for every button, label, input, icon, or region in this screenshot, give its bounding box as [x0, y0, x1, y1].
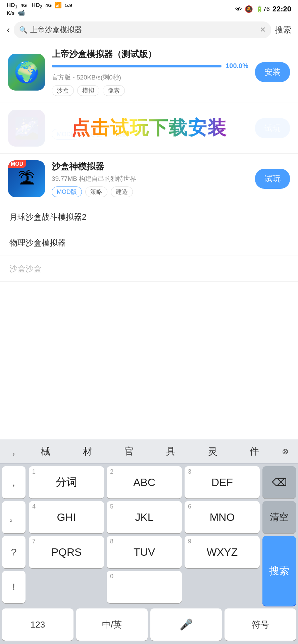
eye-icon: 👁 [235, 5, 242, 13]
tag-strategy: 策略 [85, 186, 107, 197]
key-num-5: 5 [110, 503, 113, 510]
key-num-6: 6 [188, 503, 191, 510]
install-button-1[interactable]: 安装 [255, 62, 290, 82]
key-label-abc: ABC [133, 476, 155, 489]
key-num-1: 1 [32, 468, 36, 475]
candidate-ju[interactable]: 具 [150, 441, 192, 462]
candidate-cai[interactable]: 材 [66, 441, 108, 462]
key-label-tuv: TUV [134, 546, 155, 558]
key-label-pqrs: PQRS [51, 546, 82, 558]
candidate-guan[interactable]: 官 [108, 441, 150, 462]
app-icon-sandbox-inner: MOD 🏝 [8, 160, 45, 197]
tag-sandbox: 沙盒 [52, 85, 74, 96]
delete-key[interactable]: ⌫ [262, 466, 296, 498]
progress-pct-1: 100.0% [226, 62, 248, 70]
app-info-1: 上帝沙盒模拟器（测试版） 100.0% 官方版 - 520KB/s(剩0秒) 沙… [52, 48, 248, 96]
key-123[interactable]: 123 [2, 608, 73, 641]
tag-mod-3: MOD版 [52, 186, 82, 197]
network-info: HD1 4G HD2 4G 📶 5.9K/s 📹 [7, 2, 72, 16]
progress-bar-bg-1 [52, 65, 221, 67]
key-8-tuv[interactable]: 8 TUV [107, 536, 182, 568]
key-symbol-label: 符号 [252, 619, 269, 631]
keyboard-search-label: 搜索 [269, 564, 289, 578]
app-name-3: 沙盒神模拟器 [52, 161, 248, 172]
clear-label: 清空 [270, 511, 289, 524]
keyboard-candidates: , 械 材 官 具 灵 件 ⊗ [0, 439, 298, 464]
key-question[interactable]: ? [2, 536, 26, 568]
keyboard: , 械 材 官 具 灵 件 ⊗ , 。 ? ! 1 分词 [0, 439, 298, 644]
search-input-wrapper[interactable]: 🔍 上帝沙盒模拟器 ✕ [14, 21, 271, 38]
app-info-3: 沙盒神模拟器 39.77MB 构建自己的独特世界 MOD版 策略 建造 [52, 161, 248, 197]
key-3-def[interactable]: 3 DEF [185, 466, 260, 498]
app-item-3[interactable]: MOD 🏝 沙盒神模拟器 39.77MB 构建自己的独特世界 MOD版 策略 建… [0, 154, 298, 204]
key-mic[interactable]: 🎤 [150, 608, 222, 641]
key-2-abc[interactable]: 2 ABC [107, 466, 182, 498]
banner-overlay[interactable]: 点击试玩下载安装 [0, 109, 298, 147]
clear-key[interactable]: 清空 [262, 501, 296, 533]
app-name-1: 上帝沙盒模拟器（测试版） [52, 48, 248, 60]
clear-button[interactable]: ✕ [260, 25, 266, 34]
status-left: HD1 4G HD2 4G 📶 5.9K/s 📹 [7, 2, 72, 16]
candidate-ji[interactable]: 械 [25, 441, 66, 462]
app-list: 🌍 上帝沙盒模拟器（测试版） 100.0% 官方版 - 520KB/s(剩0秒)… [0, 42, 298, 204]
key-label-jkl: JKL [135, 511, 153, 524]
app-item-2[interactable]: 🌌 MOD版 沙盒 模拟 试玩 点击试玩下载安装 [0, 103, 298, 154]
app-item-1[interactable]: 🌍 上帝沙盒模拟器（测试版） 100.0% 官方版 - 520KB/s(剩0秒)… [0, 42, 298, 103]
key-cn-en[interactable]: 中/英 [76, 608, 148, 641]
key-5-jkl[interactable]: 5 JKL [107, 501, 182, 533]
key-label-mno: MNO [210, 511, 235, 524]
key-123-label: 123 [31, 620, 45, 630]
key-symbol[interactable]: 符号 [225, 608, 296, 641]
key-9-wxyz[interactable]: 9 WXYZ [185, 536, 260, 568]
app-subtitle-3: 39.77MB 构建自己的独特世界 [52, 174, 248, 183]
key-num-8: 8 [110, 538, 113, 545]
suggestion-1[interactable]: 月球沙盒战斗模拟器2 [0, 204, 298, 230]
suggestion-3[interactable]: 沙盒沙盒 [0, 256, 298, 282]
key-num-7: 7 [32, 538, 36, 545]
candidate-jian[interactable]: 件 [234, 441, 275, 462]
key-0[interactable]: 0 [107, 571, 182, 603]
key-num-9: 9 [188, 538, 191, 545]
back-button[interactable]: ‹ [7, 24, 10, 35]
delete-candidate-button[interactable]: ⊗ [275, 443, 295, 460]
key-6-mno[interactable]: 6 MNO [185, 501, 260, 533]
key-exclaim[interactable]: ! [2, 571, 26, 603]
key-num-0: 0 [110, 573, 113, 580]
key-cn-en-label: 中/英 [102, 619, 122, 631]
key-period[interactable]: 。 [2, 501, 26, 533]
status-bar: HD1 4G HD2 4G 📶 5.9K/s 📹 👁 🔕 🔋76 22:20 [0, 0, 298, 18]
app-icon-earth: 🌍 [8, 54, 45, 91]
key-label-def: DEF [211, 476, 233, 489]
key-comma[interactable]: , [2, 466, 26, 498]
key-4-ghi[interactable]: 4 GHI [29, 501, 104, 533]
app-icon-3: MOD 🏝 [8, 160, 45, 197]
time-display: 22:20 [272, 5, 291, 13]
delete-icon: ⊗ [282, 447, 289, 456]
progress-bar-fill-1 [52, 65, 221, 67]
candidate-ling[interactable]: 灵 [192, 441, 233, 462]
search-query-text: 上帝沙盒模拟器 [30, 25, 257, 35]
try-button-3[interactable]: 试玩 [255, 169, 290, 189]
key-7-pqrs[interactable]: 7 PQRS [29, 536, 104, 568]
tag-simulate: 模拟 [77, 85, 99, 96]
app-tags-1: 沙盒 模拟 像素 [52, 85, 248, 96]
banner-text: 点击试玩下载安装 [71, 115, 227, 141]
tag-build: 建造 [111, 186, 133, 197]
search-icon: 🔍 [19, 26, 28, 34]
key-num-2: 2 [110, 468, 113, 475]
progress-wrapper-1: 100.0% [52, 62, 248, 70]
key-label-fenchi: 分词 [56, 475, 77, 490]
delete-icon-key: ⌫ [272, 476, 287, 489]
suggestion-2[interactable]: 物理沙盒模拟器 [0, 230, 298, 256]
key-label-wxyz: WXYZ [207, 546, 238, 558]
status-right: 👁 🔕 🔋76 22:20 [235, 5, 291, 13]
key-1-fenchi[interactable]: 1 分词 [29, 466, 104, 498]
keyboard-search-button[interactable]: 搜索 [262, 536, 296, 606]
app-subtitle-1: 官方版 - 520KB/s(剩0秒) [52, 73, 248, 82]
candidate-comma[interactable]: , [3, 442, 25, 461]
tag-pixel: 像素 [103, 85, 125, 96]
bell-icon: 🔕 [245, 5, 253, 13]
battery-icon: 🔋76 [256, 5, 270, 13]
search-bar: ‹ 🔍 上帝沙盒模拟器 ✕ 搜索 [0, 18, 298, 42]
search-button[interactable]: 搜索 [275, 24, 291, 35]
